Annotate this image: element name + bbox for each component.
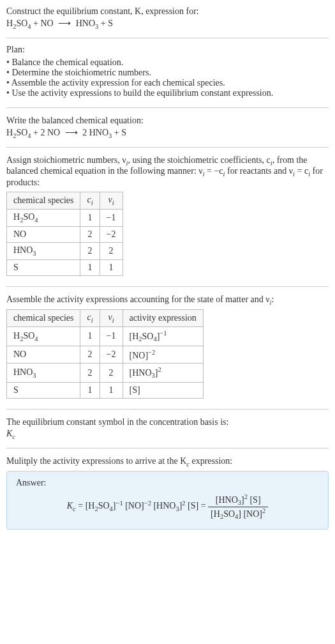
s: c bbox=[12, 433, 15, 440]
kc-symbol: Kc bbox=[6, 429, 329, 440]
sub: i bbox=[91, 199, 93, 206]
th-species: chemical species bbox=[7, 192, 80, 210]
balanced-intro: Write the balanced chemical equation: bbox=[6, 116, 329, 126]
sup: −2 bbox=[144, 500, 151, 507]
t: [HNO bbox=[151, 502, 176, 511]
cell-v: −1 bbox=[100, 209, 123, 226]
text: Assign stoichiometric numbers, ν bbox=[6, 155, 126, 165]
answer-expression: Kc = [H2SO4]−1 [NO]−2 [HNO3]2 [S] = [HNO… bbox=[16, 493, 319, 520]
balanced-equation: H2SO4 + 2 NO ⟶ 2 HNO3 + S bbox=[6, 127, 329, 139]
numerator: [HNO3]2 [S] bbox=[208, 493, 268, 507]
th-activity: activity expression bbox=[123, 310, 203, 327]
s: i bbox=[91, 317, 93, 324]
multiply-intro: Mulitply the activity expressions to arr… bbox=[6, 456, 329, 468]
cell-v: 1 bbox=[100, 259, 123, 275]
balanced-section: Write the balanced chemical equation: H2… bbox=[6, 108, 329, 148]
question-prompt-text: Construct the equilibrium constant, K, e… bbox=[6, 6, 199, 16]
arrow-icon: ⟶ bbox=[65, 127, 78, 138]
plan-label: Plan: bbox=[6, 45, 329, 55]
t: [H bbox=[211, 509, 220, 518]
t: SO bbox=[23, 331, 34, 341]
cell-species: S bbox=[7, 259, 80, 275]
table-row: HNO3 2 2 bbox=[7, 242, 123, 259]
cell-species: H2SO4 bbox=[7, 327, 80, 346]
eq-part: H bbox=[6, 19, 13, 28]
th-c: ci bbox=[80, 310, 100, 327]
cell-c: 1 bbox=[80, 209, 100, 226]
cell-activity: [HNO3]2 bbox=[123, 364, 203, 382]
s: i bbox=[112, 317, 114, 324]
cell-species: NO bbox=[7, 346, 80, 364]
arrow-icon: ⟶ bbox=[58, 18, 71, 29]
kc-symbol-section: The equilibrium constant symbol in the c… bbox=[6, 410, 329, 448]
cell-species: S bbox=[7, 382, 80, 398]
eq-part: SO bbox=[16, 19, 27, 28]
eq-part: HNO bbox=[73, 19, 95, 28]
table-row: S 1 1 [S] bbox=[7, 382, 204, 398]
text: : bbox=[272, 295, 274, 304]
th-v: νi bbox=[100, 310, 123, 327]
eq-part: + NO bbox=[31, 19, 56, 28]
cell-species: H2SO4 bbox=[7, 209, 80, 226]
eq-part: SO bbox=[16, 128, 27, 137]
t: HNO bbox=[13, 367, 33, 377]
cell-c: 2 bbox=[80, 346, 100, 364]
eq-part: + S bbox=[98, 19, 113, 28]
answer-box: Answer: Kc = [H2SO4]−1 [NO]−2 [HNO3]2 [S… bbox=[6, 471, 329, 530]
cell-activity: [H2SO4]−1 bbox=[123, 327, 203, 346]
plan-section: Plan: Balance the chemical equation. Det… bbox=[6, 38, 329, 108]
t: SO bbox=[142, 332, 154, 341]
plan-item: Use the activity expressions to build th… bbox=[6, 88, 329, 98]
text: Assemble the activity expressions accoun… bbox=[6, 295, 270, 304]
cell-v: −2 bbox=[100, 346, 123, 364]
fraction: [HNO3]2 [S][H2SO4] [NO]2 bbox=[208, 493, 268, 520]
question-prompt: Construct the equilibrium constant, K, e… bbox=[6, 6, 329, 17]
eq-part: + 2 NO bbox=[31, 128, 63, 137]
plan-item: Balance the chemical equation. bbox=[6, 57, 329, 68]
t: SO bbox=[23, 212, 34, 222]
answer-label: Answer: bbox=[16, 478, 319, 488]
kc-intro: The equilibrium constant symbol in the c… bbox=[6, 417, 329, 427]
activity-section: Assemble the activity expressions accoun… bbox=[6, 287, 329, 410]
activity-table: chemical species ci νi activity expressi… bbox=[6, 309, 204, 398]
denominator: [H2SO4] [NO]2 bbox=[208, 507, 268, 520]
sup: −2 bbox=[148, 349, 155, 356]
t: K bbox=[67, 502, 73, 511]
s: 4 bbox=[34, 335, 38, 342]
cell-c: 1 bbox=[80, 327, 100, 346]
table-row: NO 2 −2 bbox=[7, 226, 123, 242]
t: [NO] bbox=[123, 502, 144, 511]
table-row: H2SO4 1 −1 [H2SO4]−1 bbox=[7, 327, 204, 346]
t: ] [NO] bbox=[238, 509, 262, 518]
t: [S] bbox=[248, 495, 261, 505]
cell-v: 2 bbox=[100, 364, 123, 382]
plan-item: Determine the stoichiometric numbers. bbox=[6, 68, 329, 78]
cell-activity: [S] bbox=[123, 382, 203, 398]
plan-item: Assemble the activity expression for eac… bbox=[6, 78, 329, 88]
t: = [H bbox=[76, 502, 95, 511]
cell-v: −2 bbox=[100, 226, 123, 242]
multiply-section: Mulitply the activity expressions to arr… bbox=[6, 448, 329, 537]
text: , using the stoichiometric coefficients,… bbox=[128, 155, 270, 165]
cell-v: −1 bbox=[100, 327, 123, 346]
s: 3 bbox=[33, 250, 36, 257]
sup: 2 bbox=[158, 366, 161, 373]
text: for reactants and ν bbox=[225, 166, 293, 176]
s: 3 bbox=[33, 371, 36, 378]
table-row: HNO3 2 2 [HNO3]2 bbox=[7, 364, 204, 382]
cell-species: HNO3 bbox=[7, 242, 80, 259]
question-section: Construct the equilibrium constant, K, e… bbox=[6, 6, 329, 38]
t: SO bbox=[98, 502, 110, 511]
cell-c: 1 bbox=[80, 259, 100, 275]
cell-c: 1 bbox=[80, 382, 100, 398]
sup: −1 bbox=[116, 500, 123, 507]
stoich-section: Assign stoichiometric numbers, νi, using… bbox=[6, 148, 329, 287]
t: H bbox=[13, 212, 20, 222]
th-species: chemical species bbox=[7, 310, 80, 327]
question-equation: H2SO4 + NO ⟶ HNO3 + S bbox=[6, 18, 329, 30]
sub: i bbox=[112, 199, 114, 206]
eq-part: + S bbox=[112, 128, 126, 137]
table-header-row: chemical species ci νi bbox=[7, 192, 123, 210]
stoich-table: chemical species ci νi H2SO4 1 −1 NO 2 −… bbox=[6, 192, 123, 275]
text: = −c bbox=[205, 166, 223, 176]
